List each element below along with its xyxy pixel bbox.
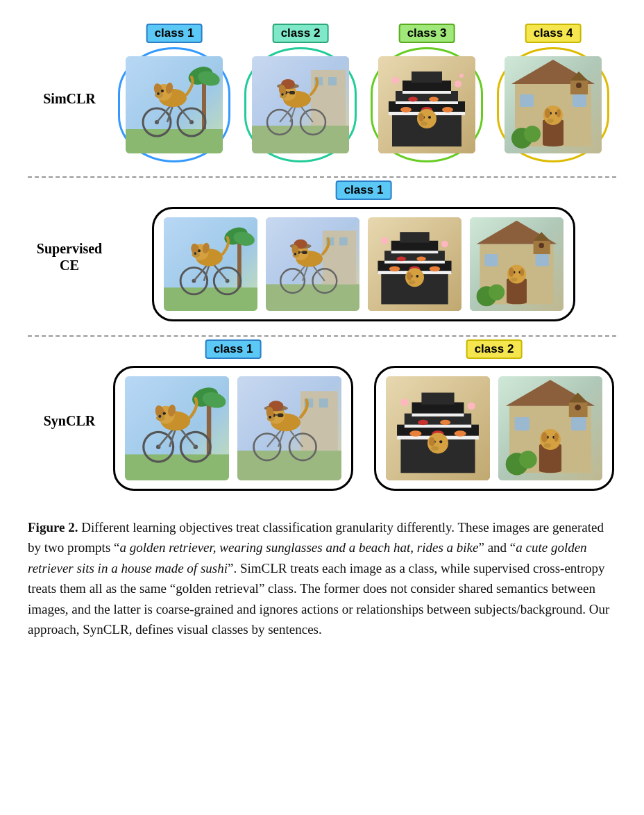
svg-point-59 — [392, 77, 399, 84]
simclr-class3-oval — [371, 47, 483, 162]
synclr-img3 — [386, 376, 490, 480]
simclr-img1 — [126, 56, 223, 153]
synclr-group2-badge: class 2 — [466, 339, 523, 359]
svg-rect-47 — [396, 101, 458, 104]
svg-point-131 — [396, 256, 406, 261]
svg-rect-205 — [412, 414, 464, 417]
simclr-class1-wrapper: class 1 — [118, 35, 230, 162]
svg-rect-103 — [339, 237, 348, 246]
svg-point-217 — [468, 403, 475, 410]
simclr-img4-content — [505, 56, 602, 153]
supervised-img1 — [164, 217, 257, 311]
svg-rect-144 — [484, 254, 498, 266]
figure-caption: Figure 2. Different learning objectives … — [28, 517, 616, 640]
svg-point-148 — [539, 243, 544, 249]
synclr-img4 — [498, 376, 602, 480]
svg-point-156 — [489, 284, 505, 300]
svg-point-39 — [281, 93, 284, 96]
simclr-img2 — [252, 56, 349, 153]
supervised-badge: class 1 — [336, 180, 392, 200]
svg-rect-21 — [252, 126, 349, 153]
svg-point-76 — [557, 109, 561, 117]
svg-point-58 — [418, 113, 424, 121]
simclr-class3-wrapper: class 3 — [371, 35, 483, 162]
simclr-img2-content — [252, 56, 349, 153]
supervised-group-outline — [152, 207, 575, 321]
svg-rect-48 — [402, 91, 451, 94]
svg-rect-80 — [164, 287, 257, 311]
simclr-label: SimCLR — [28, 90, 111, 108]
svg-point-78 — [524, 126, 541, 142]
svg-point-214 — [439, 440, 442, 443]
svg-rect-45 — [412, 72, 442, 83]
simclr-class1-oval — [118, 47, 230, 162]
simclr-img1-content — [126, 56, 223, 153]
synclr-label: SynCLR — [28, 412, 111, 430]
svg-point-72 — [547, 119, 554, 123]
caption-text-2: ” and “ — [478, 540, 516, 555]
supervised-img4 — [470, 217, 564, 311]
svg-rect-114 — [302, 251, 307, 254]
svg-point-150 — [511, 278, 518, 282]
synclr-group2-outline — [374, 366, 614, 491]
svg-rect-222 — [515, 417, 529, 430]
svg-point-139 — [441, 241, 448, 248]
svg-point-134 — [409, 280, 416, 285]
svg-point-18 — [157, 92, 160, 95]
svg-point-226 — [575, 405, 581, 411]
figure-container: SimCLR class 1 — [28, 21, 616, 640]
svg-point-231 — [541, 432, 548, 442]
svg-point-97 — [194, 252, 196, 255]
synclr-group1-outline — [113, 366, 353, 491]
simclr-class4-wrapper: class 4 — [497, 35, 609, 162]
svg-rect-178 — [237, 451, 341, 480]
svg-point-51 — [442, 107, 453, 112]
svg-rect-202 — [421, 393, 454, 405]
svg-point-215 — [429, 437, 435, 446]
svg-point-154 — [520, 268, 524, 276]
svg-point-118 — [294, 253, 296, 255]
svg-point-19 — [161, 90, 164, 92]
svg-point-98 — [198, 249, 201, 252]
svg-point-132 — [416, 256, 426, 261]
svg-rect-1 — [126, 129, 223, 153]
svg-rect-145 — [536, 254, 549, 266]
synclr-group1-badge: class 1 — [205, 339, 262, 359]
svg-rect-126 — [384, 261, 445, 264]
svg-rect-204 — [405, 425, 471, 428]
svg-point-130 — [430, 266, 440, 271]
svg-rect-192 — [278, 414, 284, 417]
svg-point-153 — [509, 267, 514, 277]
synclr-img2 — [237, 376, 341, 480]
simclr-img4 — [505, 56, 602, 153]
svg-point-53 — [429, 97, 439, 102]
svg-point-136 — [416, 275, 418, 278]
synclr-group1: class 1 — [113, 351, 353, 491]
simclr-class2-wrapper: class 2 — [244, 35, 357, 162]
svg-point-228 — [543, 443, 551, 447]
supervised-row: Supervised CE class 1 — [28, 178, 616, 335]
simclr-class2-oval — [244, 47, 357, 162]
simclr-class4-oval — [497, 47, 609, 162]
caption-italic-1: a golden retriever, wearing sunglasses a… — [119, 540, 478, 555]
svg-point-209 — [418, 420, 428, 426]
svg-rect-67 — [573, 94, 586, 107]
svg-point-57 — [428, 116, 431, 119]
simclr-class1-badge: class 1 — [146, 24, 203, 43]
svg-point-70 — [576, 83, 582, 88]
svg-point-216 — [400, 398, 408, 406]
simclr-class4-badge: class 4 — [525, 24, 582, 43]
svg-point-128 — [389, 266, 400, 271]
svg-point-208 — [455, 430, 466, 437]
svg-point-206 — [409, 430, 421, 437]
synclr-group2: class 2 — [374, 351, 614, 491]
synclr-content: class 1 — [111, 351, 616, 491]
svg-rect-124 — [400, 232, 429, 242]
svg-rect-181 — [319, 398, 328, 408]
svg-point-212 — [431, 446, 439, 451]
svg-point-232 — [554, 432, 558, 442]
simclr-class3-badge: class 3 — [399, 24, 455, 43]
svg-point-138 — [381, 237, 388, 244]
svg-point-60 — [455, 81, 461, 87]
svg-point-75 — [545, 108, 550, 118]
